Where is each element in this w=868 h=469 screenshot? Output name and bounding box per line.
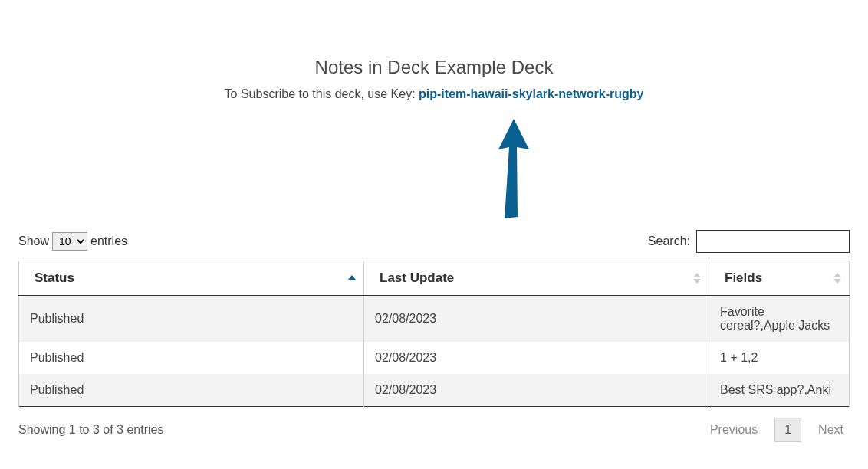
page-title: Notes in Deck Example Deck — [18, 57, 850, 78]
search-input[interactable] — [696, 230, 850, 253]
cell-last-update: 02/08/2023 — [364, 374, 709, 407]
cell-status: Published — [19, 374, 364, 407]
cell-last-update: 02/08/2023 — [364, 296, 709, 343]
search-label: Search: — [648, 235, 690, 248]
table-row: Published 02/08/2023 1 + 1,2 — [19, 342, 850, 374]
search-group: Search: — [648, 230, 850, 253]
table-row: Published 02/08/2023 Best SRS app?,Anki — [19, 374, 850, 407]
show-label-pre: Show — [18, 235, 49, 248]
sort-icon — [833, 273, 841, 284]
notes-table: Status Last Update Fields — [18, 261, 850, 407]
col-header-fields[interactable]: Fields — [709, 261, 850, 296]
arrow-up-icon — [491, 115, 537, 225]
previous-button[interactable]: Previous — [704, 420, 764, 440]
entries-select[interactable]: 10 — [52, 232, 87, 251]
cell-fields: Favorite cereal?,Apple Jacks — [709, 296, 850, 343]
cell-fields: Best SRS app?,Anki — [709, 374, 850, 407]
cell-status: Published — [19, 296, 364, 343]
pagination: Previous 1 Next — [704, 418, 850, 442]
cell-status: Published — [19, 342, 364, 374]
show-label-post: entries — [90, 235, 127, 248]
col-header-fields-label: Fields — [725, 271, 762, 285]
subscribe-prefix: To Subscribe to this deck, use Key: — [225, 87, 419, 100]
col-header-last-update[interactable]: Last Update — [364, 261, 709, 296]
table-row: Published 02/08/2023 Favorite cereal?,Ap… — [19, 296, 850, 343]
col-header-last-update-label: Last Update — [380, 271, 454, 285]
col-header-status[interactable]: Status — [19, 261, 364, 296]
entries-length-control: Show 10 entries — [18, 232, 127, 251]
page-number-button[interactable]: 1 — [774, 418, 801, 442]
table-info: Showing 1 to 3 of 3 entries — [18, 423, 163, 437]
sort-icon — [693, 273, 701, 284]
sort-asc-icon — [348, 275, 356, 281]
cell-fields: 1 + 1,2 — [709, 342, 850, 374]
cell-last-update: 02/08/2023 — [364, 342, 709, 374]
subscribe-key[interactable]: pip-item-hawaii-skylark-network-rugby — [419, 87, 643, 100]
subscribe-line: To Subscribe to this deck, use Key: pip-… — [18, 87, 850, 101]
col-header-status-label: Status — [35, 271, 74, 285]
next-button[interactable]: Next — [812, 420, 850, 440]
